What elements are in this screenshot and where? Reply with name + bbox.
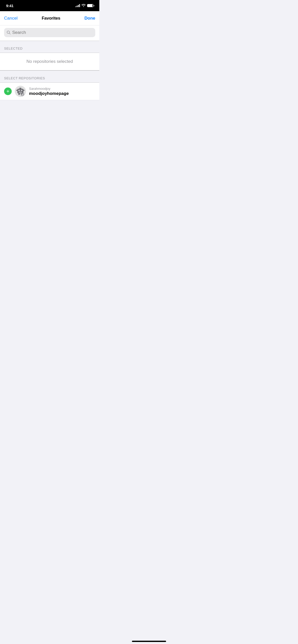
- svg-rect-7: [19, 88, 21, 89]
- selected-section-header: SELECTED: [0, 41, 99, 53]
- page-title: Favorites: [42, 16, 60, 21]
- svg-rect-8: [18, 93, 20, 95]
- avatar: S: [15, 86, 26, 97]
- repo-name: moodjoyhomepage: [29, 91, 69, 96]
- cancel-button[interactable]: Cancel: [4, 14, 18, 23]
- no-repos-selected: No repositories selected: [0, 53, 99, 70]
- repo-owner: Sarahmoodjoy: [29, 87, 69, 91]
- select-repos-section-header: SELECT REPOSITORIES: [0, 70, 99, 83]
- svg-rect-11: [23, 90, 24, 91]
- no-repos-text: No repositories selected: [26, 59, 73, 64]
- content-background: [0, 100, 99, 202]
- nav-bar: Cancel Favorites Done: [0, 11, 99, 25]
- status-bar: 9:41: [0, 0, 99, 11]
- selected-header-text: SELECTED: [4, 47, 23, 50]
- search-input[interactable]: [12, 30, 93, 35]
- repo-info: Sarahmoodjoy moodjoyhomepage: [29, 87, 69, 96]
- svg-rect-10: [16, 90, 17, 91]
- svg-line-1: [9, 33, 10, 34]
- repository-list: + S: [0, 83, 99, 100]
- plus-icon: +: [6, 89, 9, 94]
- wifi-icon: [82, 4, 86, 8]
- add-repository-button[interactable]: +: [4, 87, 12, 95]
- done-button[interactable]: Done: [85, 14, 96, 23]
- search-container: Search: [0, 25, 99, 41]
- select-repos-header-text: SELECT REPOSITORIES: [4, 76, 45, 80]
- svg-rect-5: [21, 90, 22, 91]
- svg-rect-6: [19, 92, 22, 93]
- svg-text:S: S: [22, 94, 23, 96]
- search-icon: [7, 31, 11, 35]
- status-time: 9:41: [6, 4, 13, 8]
- search-bar[interactable]: Search: [4, 28, 95, 37]
- status-icons: [75, 4, 94, 8]
- signal-icon: [75, 4, 80, 7]
- svg-rect-4: [18, 90, 20, 91]
- repository-item[interactable]: + S: [0, 83, 99, 100]
- battery-icon: [87, 4, 94, 7]
